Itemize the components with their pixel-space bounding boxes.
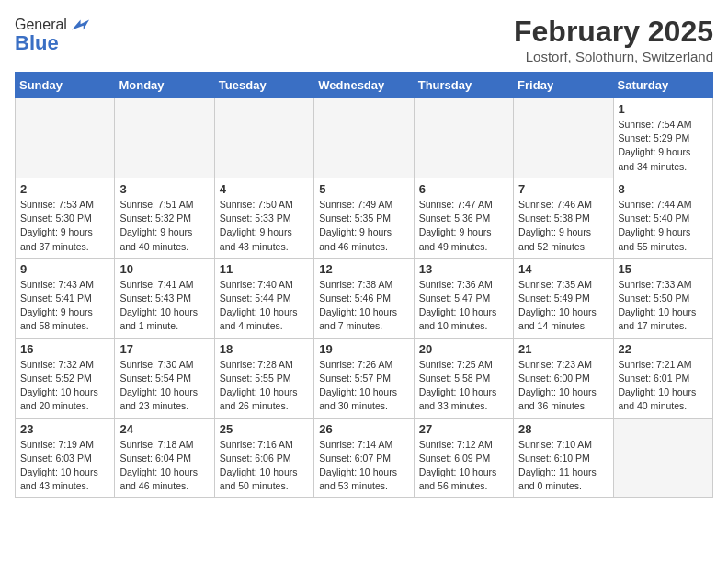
calendar-cell: 11Sunrise: 7:40 AM Sunset: 5:44 PM Dayli… (214, 258, 313, 338)
calendar-cell: 25Sunrise: 7:16 AM Sunset: 6:06 PM Dayli… (214, 418, 313, 498)
calendar-cell: 8Sunrise: 7:44 AM Sunset: 5:40 PM Daylig… (613, 178, 712, 258)
day-info: Sunrise: 7:16 AM Sunset: 6:06 PM Dayligh… (220, 438, 309, 494)
calendar-cell: 14Sunrise: 7:35 AM Sunset: 5:49 PM Dayli… (514, 258, 613, 338)
day-info: Sunrise: 7:40 AM Sunset: 5:44 PM Dayligh… (220, 278, 309, 334)
calendar-cell: 21Sunrise: 7:23 AM Sunset: 6:00 PM Dayli… (514, 338, 613, 418)
day-info: Sunrise: 7:38 AM Sunset: 5:46 PM Dayligh… (319, 278, 408, 334)
calendar-cell: 27Sunrise: 7:12 AM Sunset: 6:09 PM Dayli… (414, 418, 513, 498)
day-number: 1 (619, 102, 708, 116)
calendar-header-row: SundayMondayTuesdayWednesdayThursdayFrid… (16, 73, 713, 98)
calendar-cell: 4Sunrise: 7:50 AM Sunset: 5:33 PM Daylig… (214, 178, 313, 258)
day-number: 4 (220, 182, 309, 196)
day-number: 17 (119, 342, 209, 356)
calendar-cell: 6Sunrise: 7:47 AM Sunset: 5:36 PM Daylig… (414, 178, 513, 258)
calendar-cell: 9Sunrise: 7:43 AM Sunset: 5:41 PM Daylig… (16, 258, 115, 338)
day-info: Sunrise: 7:10 AM Sunset: 6:10 PM Dayligh… (518, 438, 608, 494)
day-number: 28 (518, 422, 608, 436)
day-info: Sunrise: 7:54 AM Sunset: 5:29 PM Dayligh… (619, 118, 708, 174)
day-info: Sunrise: 7:14 AM Sunset: 6:07 PM Dayligh… (319, 438, 408, 494)
day-info: Sunrise: 7:28 AM Sunset: 5:55 PM Dayligh… (220, 358, 309, 414)
day-header-monday: Monday (115, 73, 214, 98)
page-header: General Blue February 2025 Lostorf, Solo… (15, 15, 713, 64)
calendar-cell: 3Sunrise: 7:51 AM Sunset: 5:32 PM Daylig… (115, 178, 214, 258)
calendar-cell: 12Sunrise: 7:38 AM Sunset: 5:46 PM Dayli… (314, 258, 414, 338)
calendar-cell: 2Sunrise: 7:53 AM Sunset: 5:30 PM Daylig… (16, 178, 115, 258)
week-row-4: 23Sunrise: 7:19 AM Sunset: 6:03 PM Dayli… (16, 418, 713, 498)
day-number: 8 (619, 182, 708, 196)
day-header-friday: Friday (514, 73, 613, 98)
calendar-cell: 16Sunrise: 7:32 AM Sunset: 5:52 PM Dayli… (16, 338, 115, 418)
location: Lostorf, Solothurn, Switzerland (514, 49, 713, 64)
day-number: 26 (319, 422, 408, 436)
calendar-cell: 7Sunrise: 7:46 AM Sunset: 5:38 PM Daylig… (514, 178, 613, 258)
day-info: Sunrise: 7:30 AM Sunset: 5:54 PM Dayligh… (119, 358, 209, 414)
title-block: February 2025 Lostorf, Solothurn, Switze… (514, 15, 713, 64)
calendar-cell (514, 98, 613, 178)
day-info: Sunrise: 7:36 AM Sunset: 5:47 PM Dayligh… (419, 278, 508, 334)
day-number: 10 (119, 262, 209, 276)
day-number: 19 (319, 342, 408, 356)
day-number: 23 (20, 422, 109, 436)
calendar-cell: 26Sunrise: 7:14 AM Sunset: 6:07 PM Dayli… (314, 418, 414, 498)
calendar-cell (214, 98, 313, 178)
day-number: 2 (20, 182, 109, 196)
calendar-cell: 15Sunrise: 7:33 AM Sunset: 5:50 PM Dayli… (613, 258, 712, 338)
calendar-cell: 5Sunrise: 7:49 AM Sunset: 5:35 PM Daylig… (314, 178, 414, 258)
day-info: Sunrise: 7:19 AM Sunset: 6:03 PM Dayligh… (20, 438, 109, 494)
day-header-wednesday: Wednesday (314, 73, 414, 98)
calendar-cell: 1Sunrise: 7:54 AM Sunset: 5:29 PM Daylig… (613, 98, 712, 178)
calendar-cell: 13Sunrise: 7:36 AM Sunset: 5:47 PM Dayli… (414, 258, 513, 338)
day-number: 14 (518, 262, 608, 276)
day-info: Sunrise: 7:44 AM Sunset: 5:40 PM Dayligh… (619, 198, 708, 254)
day-number: 27 (419, 422, 508, 436)
week-row-3: 16Sunrise: 7:32 AM Sunset: 5:52 PM Dayli… (16, 338, 713, 418)
day-info: Sunrise: 7:53 AM Sunset: 5:30 PM Dayligh… (20, 198, 109, 254)
day-info: Sunrise: 7:46 AM Sunset: 5:38 PM Dayligh… (518, 198, 608, 254)
week-row-2: 9Sunrise: 7:43 AM Sunset: 5:41 PM Daylig… (16, 258, 713, 338)
day-number: 12 (319, 262, 408, 276)
day-info: Sunrise: 7:35 AM Sunset: 5:49 PM Dayligh… (518, 278, 608, 334)
day-number: 21 (518, 342, 608, 356)
week-row-1: 2Sunrise: 7:53 AM Sunset: 5:30 PM Daylig… (16, 178, 713, 258)
day-number: 16 (20, 342, 109, 356)
calendar-cell (613, 418, 712, 498)
calendar-table: SundayMondayTuesdayWednesdayThursdayFrid… (15, 72, 713, 498)
logo: General Blue (15, 15, 89, 55)
day-info: Sunrise: 7:12 AM Sunset: 6:09 PM Dayligh… (419, 438, 508, 494)
calendar-cell (314, 98, 414, 178)
day-info: Sunrise: 7:51 AM Sunset: 5:32 PM Dayligh… (119, 198, 209, 254)
calendar-cell: 18Sunrise: 7:28 AM Sunset: 5:55 PM Dayli… (214, 338, 313, 418)
week-row-0: 1Sunrise: 7:54 AM Sunset: 5:29 PM Daylig… (16, 98, 713, 178)
day-info: Sunrise: 7:25 AM Sunset: 5:58 PM Dayligh… (419, 358, 508, 414)
calendar-cell: 20Sunrise: 7:25 AM Sunset: 5:58 PM Dayli… (414, 338, 513, 418)
calendar-cell: 10Sunrise: 7:41 AM Sunset: 5:43 PM Dayli… (115, 258, 214, 338)
calendar-cell: 24Sunrise: 7:18 AM Sunset: 6:04 PM Dayli… (115, 418, 214, 498)
day-number: 20 (419, 342, 508, 356)
day-number: 25 (220, 422, 309, 436)
day-number: 24 (119, 422, 209, 436)
day-header-tuesday: Tuesday (214, 73, 313, 98)
calendar-cell: 22Sunrise: 7:21 AM Sunset: 6:01 PM Dayli… (613, 338, 712, 418)
logo-icon (69, 15, 89, 35)
day-header-saturday: Saturday (613, 73, 712, 98)
calendar-cell: 19Sunrise: 7:26 AM Sunset: 5:57 PM Dayli… (314, 338, 414, 418)
day-info: Sunrise: 7:33 AM Sunset: 5:50 PM Dayligh… (619, 278, 708, 334)
day-info: Sunrise: 7:41 AM Sunset: 5:43 PM Dayligh… (119, 278, 209, 334)
day-number: 11 (220, 262, 309, 276)
calendar-cell (16, 98, 115, 178)
day-info: Sunrise: 7:21 AM Sunset: 6:01 PM Dayligh… (619, 358, 708, 414)
day-info: Sunrise: 7:18 AM Sunset: 6:04 PM Dayligh… (119, 438, 209, 494)
day-number: 13 (419, 262, 508, 276)
day-number: 5 (319, 182, 408, 196)
svg-marker-0 (72, 20, 89, 30)
day-number: 18 (220, 342, 309, 356)
day-number: 6 (419, 182, 508, 196)
calendar-cell: 23Sunrise: 7:19 AM Sunset: 6:03 PM Dayli… (16, 418, 115, 498)
day-number: 3 (119, 182, 209, 196)
calendar-cell (414, 98, 513, 178)
month-title: February 2025 (514, 15, 713, 49)
calendar-cell: 28Sunrise: 7:10 AM Sunset: 6:10 PM Dayli… (514, 418, 613, 498)
day-header-thursday: Thursday (414, 73, 513, 98)
day-info: Sunrise: 7:49 AM Sunset: 5:35 PM Dayligh… (319, 198, 408, 254)
day-info: Sunrise: 7:43 AM Sunset: 5:41 PM Dayligh… (20, 278, 109, 334)
